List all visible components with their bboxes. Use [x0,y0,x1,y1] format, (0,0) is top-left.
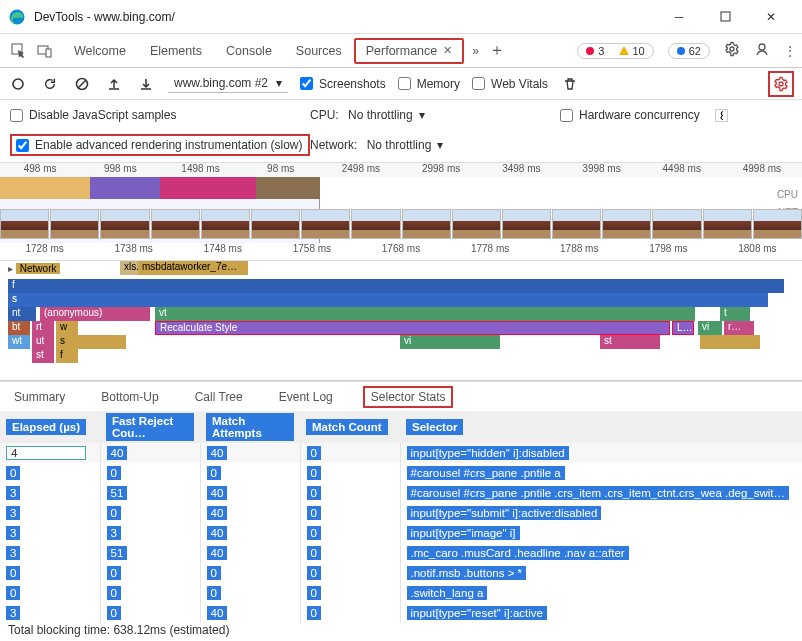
table-row[interactable]: 33400input[type="image" i] [0,523,802,543]
thumbnail[interactable] [502,209,551,239]
flame-bar[interactable] [700,335,760,349]
col-selector[interactable]: Selector [400,411,802,443]
add-tab-button[interactable]: ＋ [489,40,505,61]
settings-icon[interactable] [724,41,740,60]
flame-bar[interactable]: rt [32,321,54,335]
thumbnail[interactable] [652,209,701,239]
record-button[interactable] [8,74,28,94]
flame-bar-recalc-style[interactable]: Recalculate Style [155,321,670,335]
cell-match-count: 0 [300,463,400,483]
hardware-concurrency-input[interactable] [715,109,728,122]
tab-call-tree[interactable]: Call Tree [189,386,249,408]
tab-selector-stats[interactable]: Selector Stats [363,386,454,408]
feedback-icon[interactable] [754,41,770,60]
col-match-attempts[interactable]: Match Attempts [200,411,300,443]
table-row[interactable]: 440400input[type="hidden" i]:disabled [0,443,802,463]
window-close-button[interactable]: ✕ [748,0,794,34]
tab-bottom-up[interactable]: Bottom-Up [95,386,164,408]
tab-event-log[interactable]: Event Log [273,386,339,408]
table-row[interactable]: 351400#carousel #crs_pane .pntile .crs_i… [0,483,802,503]
capture-settings-button[interactable] [768,71,794,97]
tab-welcome[interactable]: Welcome [62,38,138,64]
advanced-rendering-checkbox[interactable]: Enable advanced rendering instrumentatio… [10,134,310,156]
flame-bar[interactable]: vt [155,307,695,321]
tab-elements[interactable]: Elements [138,38,214,64]
disable-js-samples-checkbox[interactable]: Disable JavaScript samples [10,108,310,122]
window-maximize-button[interactable] [702,0,748,34]
screenshots-checkbox[interactable]: Screenshots [300,77,386,91]
thumbnail[interactable] [703,209,752,239]
more-tabs-button[interactable]: » [472,44,479,58]
flame-bar[interactable]: ut [32,335,54,349]
table-row[interactable]: 351400.mc_caro .musCard .headline .nav a… [0,543,802,563]
cpu-throttle-select[interactable]: No throttling ▾ [342,106,431,124]
flame-bar[interactable]: f [56,349,78,363]
table-row[interactable]: 30400input[type="reset" i]:active [0,603,802,623]
table-row[interactable]: 0000#carousel #crs_pane .pntile a [0,463,802,483]
flame-bar[interactable]: msbdataworker_7e… [138,261,248,275]
table-row[interactable]: 30400input[type="submit" i]:active:disab… [0,503,802,523]
flame-bar[interactable]: s [56,335,126,349]
table-row[interactable]: 0000.notif.msb .buttons > * [0,563,802,583]
tab-console[interactable]: Console [214,38,284,64]
cell-match-attempts: 40 [200,603,300,623]
thumbnail[interactable] [50,209,99,239]
thumbnail[interactable] [452,209,501,239]
info-count-pill[interactable]: 62 [668,43,710,59]
clear-button[interactable] [72,74,92,94]
col-fast-reject[interactable]: Fast Reject Cou… [100,411,200,443]
flame-bar[interactable]: xls.a [120,261,138,275]
inspect-element-icon[interactable] [6,38,32,64]
thumbnail[interactable] [201,209,250,239]
table-row[interactable]: 0000.switch_lang a [0,583,802,603]
flame-bar[interactable]: wt [8,335,30,349]
flame-bar[interactable]: bt [8,321,30,335]
flame-bar[interactable]: st [600,335,660,349]
thumbnail[interactable] [602,209,651,239]
download-button[interactable] [136,74,156,94]
flame-bar[interactable]: w [56,321,78,335]
col-match-count[interactable]: Match Count [300,411,400,443]
memory-checkbox[interactable]: Memory [398,77,460,91]
webvitals-checkbox[interactable]: Web Vitals [472,77,548,91]
thumbnail[interactable] [151,209,200,239]
network-throttle-select[interactable]: No throttling ▾ [361,136,450,154]
overview-timeline[interactable]: 498 ms998 ms1498 ms98 ms2498 ms2998 ms34… [0,163,802,243]
flame-bar[interactable]: s [8,293,768,307]
delete-icon[interactable] [560,74,580,94]
flame-bar[interactable]: r… [724,321,754,335]
close-icon[interactable]: ✕ [443,44,452,57]
reload-record-button[interactable] [40,74,60,94]
flame-chart[interactable]: ▸ Network xls.a msbdataworker_7e… f s nt… [0,261,802,381]
flame-bar[interactable]: nt [8,307,36,321]
tab-sources[interactable]: Sources [284,38,354,64]
flame-bar[interactable]: t [720,307,750,321]
device-toolbar-icon[interactable] [32,38,58,64]
flame-bar[interactable]: (anonymous) [40,307,150,321]
tab-performance[interactable]: Performance ✕ [354,38,465,64]
thumbnail[interactable] [301,209,350,239]
more-options-icon[interactable]: ⋮ [784,44,796,58]
cell-match-attempts: 0 [200,563,300,583]
flame-bar[interactable]: st [32,349,54,363]
recording-selector[interactable]: www.bing.com #2 ▾ [168,74,288,93]
thumbnail[interactable] [351,209,400,239]
col-elapsed[interactable]: Elapsed (µs) [0,411,100,443]
window-minimize-button[interactable]: ─ [656,0,702,34]
flame-bar[interactable]: vi [400,335,500,349]
error-count-pill[interactable]: 3 10 [577,43,654,59]
upload-button[interactable] [104,74,124,94]
thumbnail[interactable] [552,209,601,239]
cell-selector: .notif.msb .buttons > * [400,563,802,583]
flame-bar[interactable]: L… [672,321,694,335]
hardware-concurrency-checkbox[interactable] [560,109,573,122]
flame-bar[interactable]: f [8,279,784,293]
tab-summary[interactable]: Summary [8,386,71,408]
thumbnail[interactable] [0,209,49,239]
network-track-label[interactable]: Network [16,263,61,274]
thumbnail[interactable] [100,209,149,239]
flame-bar[interactable]: vi [698,321,722,335]
thumbnail[interactable] [251,209,300,239]
thumbnail[interactable] [753,209,802,239]
thumbnail[interactable] [402,209,451,239]
